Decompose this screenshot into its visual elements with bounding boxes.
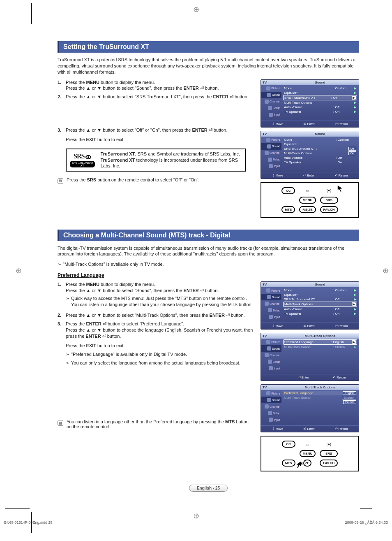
menu-label: MENU	[86, 80, 99, 85]
enter-label: ENTER	[183, 86, 198, 91]
remote-favch-button: FAV.CH	[320, 460, 338, 467]
osd-lang-english: English	[343, 391, 356, 395]
trademark-callout: SRS SRS TruSurround XT TruSurround XT, S…	[66, 149, 246, 172]
doc-timestamp: 2008-05-26 ¿ÀÈÄ 6:34:33	[345, 520, 388, 525]
osd-mto-menu: TVMulti-Track Options Picture Sound Chan…	[261, 333, 359, 381]
text: button to display the menu.	[99, 80, 155, 85]
text: Press the ▲ or ▼ button to select "Sound…	[66, 86, 183, 91]
osd-sound-menu-2: TVSound Picture Sound Channel Setup Inpu…	[261, 131, 359, 179]
sound-icon	[267, 93, 271, 97]
osd-row-mto-highlighted: Multi-Track Options▶	[283, 302, 357, 307]
registration-mark: ⊕	[193, 511, 199, 520]
picture-icon	[266, 86, 270, 91]
eye-icon	[85, 155, 91, 159]
remote-mts-button: MTS	[282, 460, 295, 467]
subsection-preferred-language: Preferred Language	[58, 272, 359, 278]
osd-lang-french: French	[343, 400, 356, 404]
text: ⏎ button.	[208, 128, 228, 132]
osd-side-input: Input	[261, 111, 281, 118]
remote-cc-button: CC	[281, 187, 295, 194]
remote-icon: ▤	[58, 178, 63, 184]
note-arrow-icon: ➣	[66, 351, 69, 358]
note-arrow-icon: ➣	[66, 360, 69, 366]
step-1: 1. Press the MENU button to display the …	[58, 281, 254, 310]
text: button on the remote control to select "…	[96, 177, 199, 182]
remote-cc-button: CC	[282, 441, 295, 448]
text: ⏎ button.	[228, 94, 249, 99]
osd-lang-spanish: Spanish	[342, 396, 356, 399]
page-number: English - 25	[58, 485, 359, 492]
srs-logo: SRS SRS TruSurround XT	[68, 151, 97, 169]
channel-icon	[265, 100, 269, 104]
text: TruSurround XT	[101, 158, 135, 163]
osd-row-preflang-highlighted: Preferred Language: English▶	[283, 339, 357, 345]
crop-mark	[31, 512, 32, 525]
section-title-mts: Choosing a Multi-Channel Sound (MTS) tra…	[58, 230, 359, 241]
srs-logo-text: SRS	[74, 153, 84, 160]
text: Press the	[66, 137, 86, 142]
remote-control-tip-mts: ▤ You can listen in a language other tha…	[58, 419, 254, 429]
text: Press the ▲ or ▼ button to select "Off" …	[66, 128, 192, 132]
text: Press the	[67, 177, 87, 182]
osd-side-setup: Setup	[261, 105, 281, 111]
osd-sound-menu-3: TVSound Picture Sound Channel Setup Inpu…	[261, 281, 359, 330]
crop-mark	[360, 508, 372, 509]
note-arrow-icon: ➣	[58, 261, 61, 267]
remote-menu-button: MENU	[300, 450, 316, 457]
text: , SRS and	[135, 151, 157, 156]
remote-favch-button: FAV.CH	[320, 206, 338, 213]
step-2: 2. Press the ▲ or ▼ button to select "SR…	[58, 94, 254, 100]
remote-control-tip: ▤ Press the SRS button on the remote con…	[58, 177, 254, 184]
note-text: "Multi-Track Options" is available only …	[63, 261, 164, 267]
remote-diagram-mts: CC ▭ (●) MENU SRS MTS ◀ZE FAV.CH	[261, 436, 359, 471]
osd-sound-menu-1: TVSound Picture Sound Channel Setup Inpu…	[261, 79, 359, 128]
osd-dropdown-on: On	[348, 151, 356, 155]
remote-srs-button: SRS	[320, 197, 338, 204]
section1-intro: TruSurround XT is a patented SRS technol…	[58, 57, 359, 75]
text: ⏎ button.	[199, 86, 219, 91]
text: Press the ▲ or ▼ button to select "SRS T…	[66, 94, 213, 99]
remote-mts-button: MTS	[281, 206, 295, 213]
osd-tv-label: TV	[261, 80, 281, 85]
text: TruSurround XT	[101, 151, 135, 156]
osd-side-sound: Sound	[261, 92, 281, 98]
note-arrow-icon: ➣	[66, 295, 69, 308]
remote-menu-button: MENU	[299, 197, 316, 204]
enter-label: ENTER	[213, 94, 228, 99]
crop-mark	[5, 508, 30, 509]
step-1: 1. Press the MENU button to display the …	[58, 79, 254, 92]
remote-srs-button: SRS	[320, 450, 338, 457]
osd-side-channel: Channel	[261, 98, 281, 105]
step-3: 3. Press the ENTER ⏎ button to select "P…	[58, 321, 254, 368]
doc-id: BN68-01514P-00Eng.indd 25	[4, 520, 53, 525]
remote-psize-button: P.SIZE	[299, 206, 316, 213]
section2-intro: The digital-TV transmission system is ca…	[58, 245, 359, 258]
document-footer: BN68-01514P-00Eng.indd 25 2008-05-26 ¿ÀÈ…	[0, 520, 392, 525]
srs-logo-tag: SRS TruSurround XT	[70, 161, 95, 167]
osd-row-srs-highlighted: SRS TruSurround XT: Off▶	[283, 95, 357, 100]
setup-icon	[268, 106, 272, 110]
text: Symbol are trademarks of SRS Labs, Inc.	[157, 151, 240, 156]
osd-mto-language: TVMulti-Track Options Picture Sound Chan…	[261, 384, 359, 432]
input-icon	[269, 113, 273, 117]
remote-ze-button: ZE	[303, 460, 311, 467]
osd-side-picture: Picture	[261, 85, 281, 92]
exit-label: EXIT	[86, 137, 96, 142]
remote-guide-icon: ▭	[299, 188, 316, 193]
remote-icon: ▤	[58, 420, 63, 426]
pointer-arrow-icon	[294, 461, 302, 468]
step-3: 3. Press the ▲ or ▼ button to select "Of…	[58, 127, 254, 143]
step-2: 2. Press the ▲ or ▼ button to select "Mu…	[58, 312, 254, 318]
enter-label: ENTER	[192, 128, 207, 132]
srs-label: SRS	[87, 177, 97, 182]
section-title-trusurround: Setting the TruSurround XT	[58, 41, 359, 53]
remote-record-icon: (●)	[320, 442, 338, 446]
text: Press the	[66, 80, 86, 85]
remote-record-icon: (●)	[320, 188, 338, 193]
osd-title: Sound	[281, 80, 359, 85]
remote-guide-icon: ▭	[300, 442, 316, 446]
crop-mark	[359, 512, 359, 525]
text: button to exit.	[96, 137, 125, 142]
osd-dropdown-off: Off	[348, 147, 356, 151]
remote-diagram-srs: CC ▭ (●) MENU SRS MTS P.SIZE FAV.CH	[261, 182, 359, 218]
